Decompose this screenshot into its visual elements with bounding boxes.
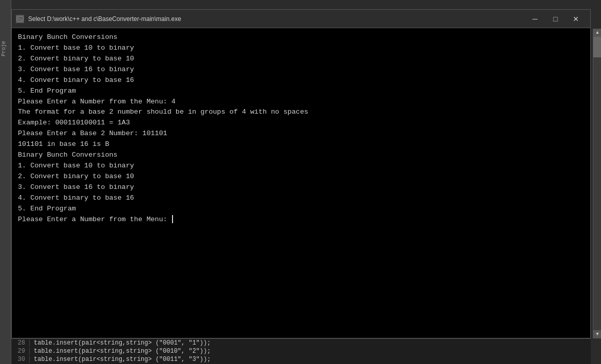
code-lines: 28 table.insert(pair<string,string> ("00…	[11, 339, 591, 363]
svg-rect-0	[17, 16, 23, 22]
code-area: 28 table.insert(pair<string,string> ("00…	[11, 338, 591, 364]
terminal-line: Please Enter a Number from the Menu: 4	[18, 97, 584, 108]
line-number: 29	[11, 348, 29, 355]
terminal-window: Select D:\work\c++ and c\BaseConverter-m…	[11, 9, 591, 338]
terminal-line: 5. End Program	[18, 204, 584, 215]
titlebar-left: Select D:\work\c++ and c\BaseConverter-m…	[16, 15, 181, 23]
terminal-line: Please Enter a Base 2 Number: 101101	[18, 129, 584, 139]
terminal-line: Binary Bunch Conversions	[18, 32, 584, 43]
terminal-output: Binary Bunch Conversions1. Convert base …	[18, 32, 584, 225]
terminal-line: 3. Convert base 16 to binary	[18, 65, 584, 75]
titlebar-controls: ─ □ ✕	[525, 11, 586, 27]
terminal-cursor	[172, 215, 173, 223]
scroll-up-button[interactable]: ▲	[593, 29, 601, 37]
terminal-titlebar: Select D:\work\c++ and c\BaseConverter-m…	[12, 10, 590, 28]
terminal-line: 101101 in base 16 is B	[18, 139, 584, 150]
terminal-line: Binary Bunch Conversions	[18, 150, 584, 161]
line-separator	[29, 348, 30, 355]
left-sidebar: Proje	[0, 0, 11, 364]
line-separator	[29, 356, 30, 363]
minimize-button[interactable]: ─	[525, 11, 545, 27]
line-code: table.insert(pair<string,string> ("0011"…	[34, 356, 211, 363]
terminal-line: 4. Convert binary to base 16	[18, 193, 584, 204]
terminal-line: 3. Convert base 16 to binary	[18, 182, 584, 193]
code-line: 28 table.insert(pair<string,string> ("00…	[11, 339, 591, 347]
terminal-line: The format for a base 2 number should be…	[18, 107, 584, 118]
scrollbar-thumb[interactable]	[593, 37, 601, 57]
line-separator	[29, 339, 30, 347]
terminal-title: Select D:\work\c++ and c\BaseConverter-m…	[28, 15, 181, 23]
line-code: table.insert(pair<string,string> ("0001"…	[34, 339, 211, 347]
sidebar-label: Proje	[1, 41, 7, 56]
terminal-line: 2. Convert binary to base 10	[18, 54, 584, 65]
code-line: 30 table.insert(pair<string,string> ("00…	[11, 355, 591, 363]
terminal-line: 2. Convert binary to base 10	[18, 172, 584, 182]
scroll-down-button[interactable]: ▼	[593, 330, 601, 338]
line-code: table.insert(pair<string,string> ("0010"…	[34, 348, 211, 355]
terminal-line: 1. Convert base 10 to binary	[18, 43, 584, 54]
code-line: 29 table.insert(pair<string,string> ("00…	[11, 347, 591, 355]
close-button[interactable]: ✕	[566, 11, 586, 27]
terminal-icon	[16, 15, 24, 23]
terminal-line: Example: 000110100011 = 1A3	[18, 118, 584, 129]
maximize-button[interactable]: □	[545, 11, 566, 27]
terminal-content[interactable]: Binary Bunch Conversions1. Convert base …	[12, 28, 590, 338]
line-number: 28	[11, 339, 29, 347]
line-number: 30	[11, 356, 29, 363]
terminal-line: 5. End Program	[18, 86, 584, 97]
terminal-line: Please Enter a Number from the Menu:	[18, 215, 584, 225]
terminal-line: 4. Convert binary to base 16	[18, 75, 584, 86]
terminal-line: 1. Convert base 10 to binary	[18, 161, 584, 172]
terminal-scrollbar[interactable]: ▲ ▼	[593, 29, 601, 338]
